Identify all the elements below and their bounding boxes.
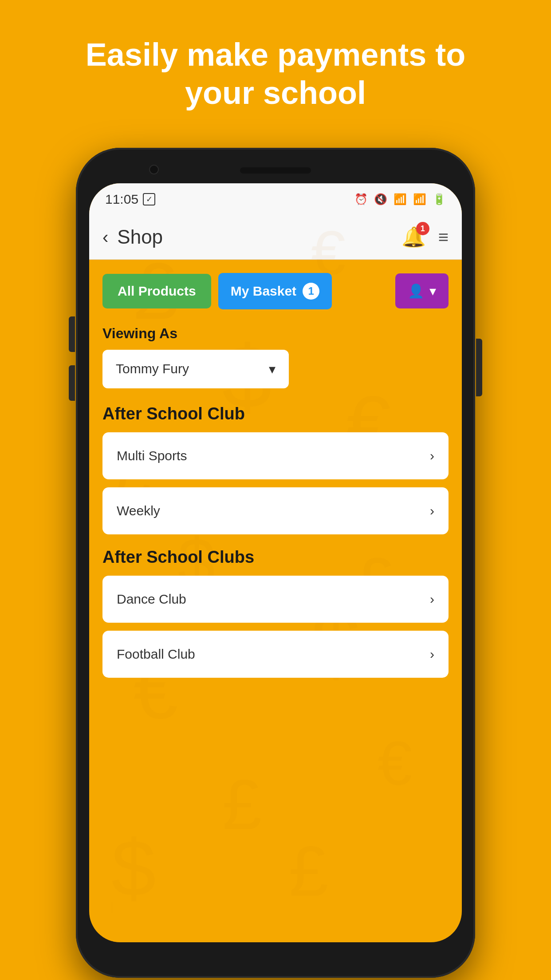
status-icons: ⏰ 🔇 📶 📶 🔋 xyxy=(354,193,446,205)
signal-icon: 📶 xyxy=(413,193,426,205)
action-buttons-row: All Products My Basket 1 👤 ▾ xyxy=(102,273,449,309)
menu-button[interactable]: ≡ xyxy=(438,227,449,247)
section-after-school-club: After School Club Multi Sports › Weekly … xyxy=(102,404,449,534)
user-icon: 👤 xyxy=(408,283,424,299)
section-heading-2: After School Clubs xyxy=(102,548,449,567)
basket-count-badge: 1 xyxy=(303,283,319,300)
battery-icon: 🔋 xyxy=(433,193,446,205)
all-products-button[interactable]: All Products xyxy=(102,274,211,308)
app-bar: ‹ Shop 🔔 1 ≡ xyxy=(89,215,462,260)
notification-button[interactable]: 🔔 1 xyxy=(401,225,426,249)
back-button[interactable]: ‹ xyxy=(102,227,108,247)
app-bar-right: 🔔 1 ≡ xyxy=(401,225,449,249)
chevron-right-icon: › xyxy=(430,647,434,662)
my-basket-button[interactable]: My Basket 1 xyxy=(218,273,332,309)
section-heading-1: After School Club xyxy=(102,404,449,423)
notification-badge: 1 xyxy=(416,222,429,235)
svg-text:$: $ xyxy=(111,823,156,913)
chevron-right-icon: › xyxy=(430,503,434,518)
mute-icon: 🔇 xyxy=(374,193,387,205)
list-item-weekly[interactable]: Weekly › xyxy=(102,487,449,534)
list-item-multi-sports[interactable]: Multi Sports › xyxy=(102,432,449,479)
section-after-school-clubs: After School Clubs Dance Club › Football… xyxy=(102,548,449,678)
user-menu-button[interactable]: 👤 ▾ xyxy=(395,273,449,308)
selected-person: Tommy Fury xyxy=(116,361,189,376)
app-bar-left: ‹ Shop xyxy=(102,226,163,248)
dropdown-arrow-icon: ▾ xyxy=(429,283,436,299)
phone-frame: £ € $ £ € $ £ € $ £ € $ £ 11:05 ✓ xyxy=(76,148,475,978)
phone-screen: £ € $ £ € $ £ € $ £ € $ £ 11:05 ✓ xyxy=(89,183,462,942)
hero-title: Easily make payments to your school xyxy=(0,0,551,139)
chevron-right-icon: › xyxy=(430,448,434,463)
phone-camera xyxy=(149,165,159,174)
volume-down-button xyxy=(69,365,75,401)
svg-text:£: £ xyxy=(222,765,262,844)
list-item-dance-club[interactable]: Dance Club › xyxy=(102,576,449,623)
viewing-as-dropdown[interactable]: Tommy Fury ▾ xyxy=(102,350,289,388)
alarm-icon: ⏰ xyxy=(354,193,368,205)
chevron-right-icon: › xyxy=(430,592,434,607)
page-title: Shop xyxy=(117,226,163,248)
svg-text:£: £ xyxy=(289,831,328,911)
power-button xyxy=(476,339,482,396)
volume-up-button xyxy=(69,316,75,352)
list-item-football-club[interactable]: Football Club › xyxy=(102,631,449,678)
viewing-as-label: Viewing As xyxy=(102,325,449,342)
wifi-icon: 📶 xyxy=(394,193,407,205)
main-content: All Products My Basket 1 👤 ▾ Viewing As … xyxy=(89,260,462,691)
phone-speaker xyxy=(240,167,311,174)
svg-text:€: € xyxy=(378,728,412,798)
status-bar: 11:05 ✓ ⏰ 🔇 📶 📶 🔋 xyxy=(89,183,462,215)
phone-mockup: £ € $ £ € $ £ € $ £ € $ £ 11:05 ✓ xyxy=(76,148,475,978)
status-check-icon: ✓ xyxy=(143,193,155,205)
status-time: 11:05 ✓ xyxy=(105,192,155,207)
dropdown-chevron-icon: ▾ xyxy=(269,361,276,377)
